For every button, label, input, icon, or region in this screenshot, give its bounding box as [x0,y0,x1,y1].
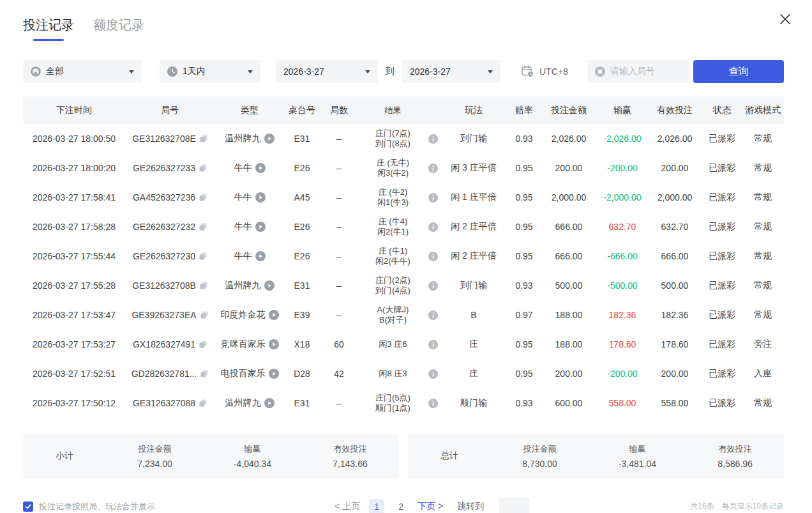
date-to-select[interactable]: 2026-3-27 [402,60,500,83]
prev-page-button[interactable]: < 上页 [335,501,360,512]
page-2-button[interactable]: 2 [393,499,409,513]
odds: 0.95 [508,369,540,379]
timezone-selector[interactable]: UTC+8 [521,65,568,79]
game-type-cell: 竞咪百家乐 [214,339,285,350]
play-video-icon[interactable] [255,251,266,261]
date-to-value: 2026-3-27 [410,66,451,77]
bet-records-table: 下注时间 局号 类型 桌台号 局数 结果 玩法 赔率 投注金额 输赢 有效投注 … [23,96,784,418]
game-type-cell: 温州牌九 [214,280,285,291]
subtotal-win: 输赢 -4,040.34 [204,443,301,469]
game-type-select[interactable]: 全部 [23,60,142,83]
round-id: GE2626327230 [133,251,195,261]
col-header-valid: 有效投注 [647,105,702,116]
info-icon[interactable] [428,222,438,232]
jump-to-page-input[interactable] [499,498,530,513]
chevron-down-icon [365,70,370,73]
status: 已派彩 [702,221,742,233]
odds: 0.93 [508,398,540,408]
copy-icon[interactable] [199,252,207,260]
table-row: 2026-03-27 18:00:20 GE2626327233 牛牛 E26 … [23,153,784,183]
info-icon[interactable] [428,340,438,349]
result-text: 庄 (牛1)闲2(牛牛) [361,246,426,266]
play-video-icon[interactable] [269,369,279,379]
col-header-win: 输赢 [598,105,647,116]
rounds-count: – [319,192,359,203]
result-cell: 庄门(7点)到门(8点) [359,128,439,149]
rounds-count: – [319,134,359,144]
game-type-select-value: 全部 [46,66,64,77]
info-icon[interactable] [428,369,438,379]
valid-bet: 2,000.00 [647,192,702,203]
info-icon[interactable] [428,164,438,173]
play-video-icon[interactable] [269,310,279,320]
play-type: 闲 3 庄平倍 [439,162,508,174]
merge-records-toggle[interactable]: 投注记录按照局、玩法合并展示 [23,501,155,512]
info-icon[interactable] [428,281,438,291]
rounds-count: – [319,280,359,291]
play-video-icon[interactable] [264,280,274,291]
round-id-input[interactable]: 请输入局号 [587,60,689,83]
info-icon[interactable] [428,193,438,203]
result-cell: 闲8 庄3 [359,369,439,379]
play-video-icon[interactable] [264,398,274,408]
copy-icon[interactable] [200,135,207,142]
copy-icon[interactable] [200,282,207,289]
info-icon[interactable] [428,399,438,408]
tab-bet-records[interactable]: 投注记录 [23,17,74,41]
table-body: 2026-03-27 18:00:50 GE312632708E 温州牌九 E3… [23,124,784,418]
copy-icon[interactable] [199,399,207,407]
subtotal-label: 小计 [23,450,106,462]
col-header-result: 结果 [359,105,439,116]
timezone-label: UTC+8 [539,66,568,77]
table-header-row: 下注时间 局号 类型 桌台号 局数 结果 玩法 赔率 投注金额 输赢 有效投注 … [23,96,784,124]
play-video-icon[interactable] [255,222,266,232]
checkbox-checked-icon[interactable] [23,502,33,512]
play-type: 闲 2 庄平倍 [439,221,508,233]
round-id: GE312632708B [132,280,196,291]
bet-amount: 188.00 [540,339,598,349]
info-icon[interactable] [428,310,438,320]
info-icon[interactable] [428,134,438,144]
tab-quota-records[interactable]: 额度记录 [93,17,144,34]
table-no: E31 [285,134,319,144]
odds: 0.95 [508,163,540,173]
table-row: 2026-03-27 17:53:27 GX1826327491 竞咪百家乐 X… [23,330,784,359]
result-cell: 庄 (牛2)闲1(牛3) [359,187,439,208]
copy-icon[interactable] [199,223,207,231]
copy-icon[interactable] [199,194,207,201]
play-video-icon[interactable] [269,339,279,349]
game-type: 牛牛 [234,162,252,174]
page-1-button[interactable]: 1 [369,499,384,513]
play-video-icon[interactable] [255,192,266,203]
rounds-count: 60 [319,339,359,349]
col-header-mode: 游戏模式 [742,105,784,116]
time-range-select[interactable]: 1天内 [160,60,260,83]
copy-icon[interactable] [200,311,208,319]
round-id: GE2626327232 [133,222,195,232]
play-video-icon[interactable] [255,163,266,173]
copy-icon[interactable] [199,164,207,172]
status: 已派彩 [702,368,742,379]
valid-bet: 200.00 [647,369,702,379]
play-video-icon[interactable] [264,134,274,144]
table-row: 2026-03-27 17:53:47 GE39263273EA 印度炸金花 E… [23,300,784,330]
query-button[interactable]: 查询 [693,60,784,83]
filter-bar: 全部 1天内 2026-3-27 到 2026-3-27 [23,60,784,83]
clock-icon [167,66,177,77]
result-text: 庄 (牛4)闲2(牛1) [361,217,426,237]
copy-icon[interactable] [199,341,207,348]
copy-icon[interactable] [200,370,208,378]
valid-bet: 666.00 [647,251,702,261]
info-icon[interactable] [428,252,438,261]
round-id: GE39263273EA [132,310,196,320]
next-page-button[interactable]: 下页 > [417,501,443,512]
close-icon[interactable] [777,11,793,27]
win-loss: -2,026.00 [598,134,647,144]
win-loss: 558.00 [598,398,647,408]
table-row: 2026-03-27 17:55:28 GE312632708B 温州牌九 E3… [23,271,784,300]
round-id: GA4526327236 [133,192,195,203]
date-from-select[interactable]: 2026-3-27 [276,60,378,83]
status: 已派彩 [702,280,742,291]
result-cell: 庄门(2点)到门(4点) [359,275,439,296]
col-header-table-no: 桌台号 [285,105,319,116]
